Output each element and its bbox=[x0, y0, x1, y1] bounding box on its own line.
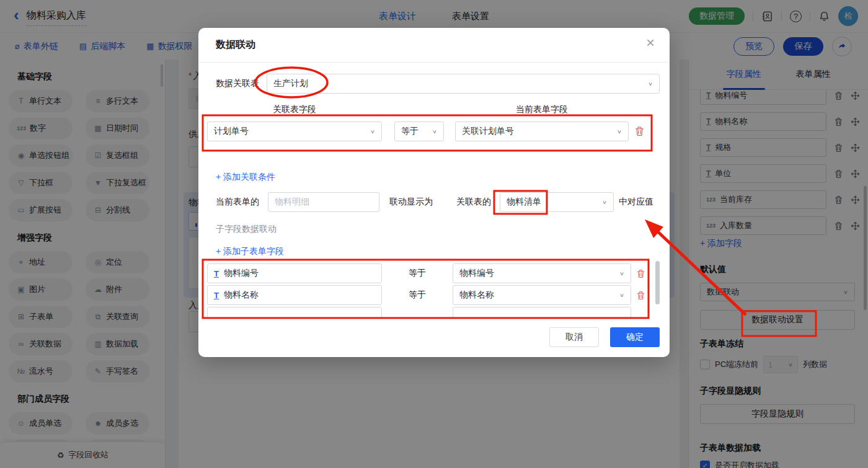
chevron-down-icon: ∨ bbox=[370, 128, 375, 135]
text-field-icon: T bbox=[214, 291, 219, 300]
chevron-down-icon: ∨ bbox=[617, 128, 622, 135]
subfield-source[interactable]: T物料编号 bbox=[207, 263, 382, 283]
delete-subfield-icon[interactable] bbox=[631, 291, 650, 300]
operator-label: 等于 bbox=[382, 289, 453, 301]
chevron-down-icon: ∨ bbox=[648, 81, 653, 87]
link-table-select[interactable]: 生产计划∨ bbox=[267, 74, 660, 94]
close-icon[interactable]: × bbox=[646, 35, 655, 50]
subfield-mapping-list: T物料编号等于物料编号∨T物料名称等于物料名称∨ bbox=[207, 263, 656, 317]
app-window: ‹ 物料采购入库 表单设计 表单设置 数据管理 ? 检 ⌀表单外链▤后端脚本▦数… bbox=[0, 0, 868, 468]
chevron-down-icon: ∨ bbox=[602, 199, 607, 205]
current-form-label: 当前表单的 bbox=[216, 192, 259, 212]
text-field-icon: T bbox=[214, 269, 219, 278]
subfield-source[interactable]: T物料名称 bbox=[207, 285, 382, 305]
add-condition-link[interactable]: + 添加关联条件 bbox=[216, 172, 275, 183]
add-subfield-link[interactable]: + 添加子表单字段 bbox=[216, 246, 284, 257]
matching-value-label: 中对应值 bbox=[619, 192, 653, 212]
condition-right-select[interactable]: 关联计划单号∨ bbox=[455, 121, 629, 141]
current-form-field-input[interactable]: 物料明细 bbox=[268, 192, 379, 212]
delete-subfield-icon[interactable] bbox=[631, 269, 650, 278]
delete-condition-icon[interactable] bbox=[634, 126, 645, 136]
subfield-target-value: 物料编号 bbox=[459, 268, 494, 279]
subfield-source-label: 物料编号 bbox=[224, 268, 259, 279]
chevron-down-icon: ∨ bbox=[619, 292, 624, 298]
display-as-label: 联动显示为 bbox=[389, 192, 433, 212]
subfield-target-value: 物料名称 bbox=[459, 289, 494, 301]
subfield-mapping-row bbox=[207, 307, 656, 317]
operator-label: 等于 bbox=[382, 268, 453, 279]
condition-left-select[interactable]: 计划单号∨ bbox=[207, 121, 382, 141]
subfield-linkage-title: 子字段数据联动 bbox=[216, 224, 277, 235]
subfield-source-label: 物料名称 bbox=[224, 289, 259, 301]
modal-title: 数据联动 bbox=[216, 38, 255, 51]
related-subform-select[interactable]: 物料清单∨ bbox=[500, 192, 614, 212]
chevron-down-icon: ∨ bbox=[432, 128, 437, 135]
confirm-button[interactable]: 确定 bbox=[610, 327, 660, 347]
related-table-label: 关联表的 bbox=[456, 192, 491, 212]
subfield-target-select[interactable] bbox=[453, 307, 631, 317]
link-table-label: 数据关联表 bbox=[216, 74, 259, 94]
modal-scrollbar[interactable] bbox=[655, 261, 660, 304]
chevron-down-icon: ∨ bbox=[619, 270, 624, 276]
subfield-source[interactable] bbox=[207, 307, 382, 317]
condition-operator-select[interactable]: 等于∨ bbox=[394, 121, 444, 141]
subfield-mapping-row: T物料名称等于物料名称∨ bbox=[207, 285, 656, 305]
subfield-target-select[interactable]: 物料编号∨ bbox=[453, 263, 631, 283]
column-header-right: 当前表单字段 bbox=[455, 104, 629, 115]
subfield-target-select[interactable]: 物料名称∨ bbox=[453, 285, 631, 305]
data-linkage-modal: 数据联动 × 数据关联表 生产计划∨ 关联表字段 当前表单字段 计划单号∨ 等于… bbox=[198, 28, 670, 357]
divider bbox=[198, 62, 670, 63]
cancel-button[interactable]: 取消 bbox=[549, 327, 599, 347]
column-header-left: 关联表字段 bbox=[207, 104, 382, 115]
subfield-mapping-row: T物料编号等于物料编号∨ bbox=[207, 263, 656, 283]
